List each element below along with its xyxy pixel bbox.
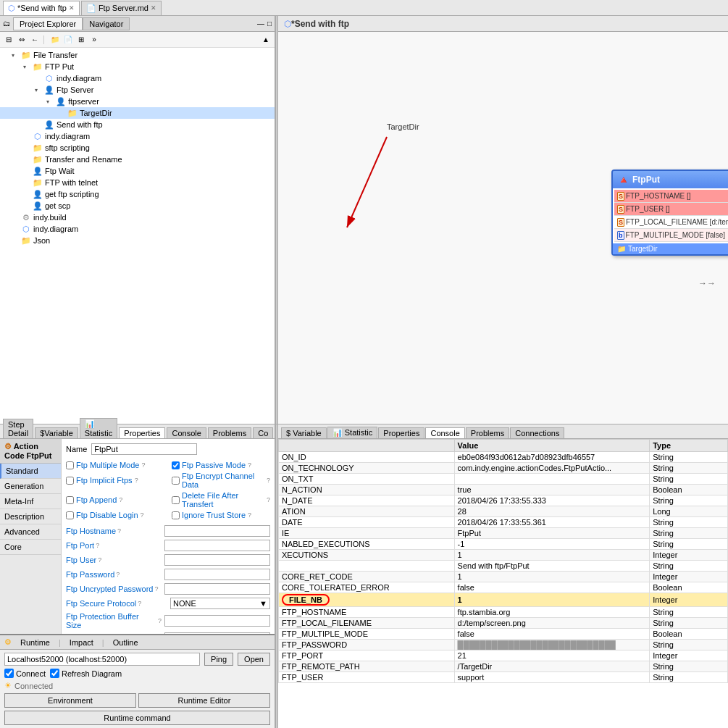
checkbox-delete-input[interactable] [172,496,180,504]
open-button[interactable]: Open [238,653,270,666]
tree-item-sftp[interactable]: ▾ 📁 sftp scripting [0,142,275,154]
tree-item-file-transfer[interactable]: ▾ 📁 File Transfer [0,49,275,61]
help-user[interactable]: ? [98,556,101,564]
tab-outline[interactable]: Outline [110,637,141,648]
link-ftp-implicit[interactable]: Ftp Implicit Ftps [76,476,133,485]
checkbox-implicit-ftps-input[interactable] [66,477,74,485]
name-input[interactable] [91,443,197,455]
folder-btn[interactable]: 📁 [49,34,61,46]
input-ftp-user[interactable] [164,554,270,566]
sidebar-generation[interactable]: Generation [0,479,61,494]
var-tab-connections[interactable]: Connections [510,427,564,438]
sidebar-meta-inf[interactable]: Meta-Inf [0,494,61,509]
tab-send-with-ftp[interactable]: ⬡ *Send with ftp ✕ [3,1,80,15]
new-btn[interactable]: 📄 [62,34,74,46]
tree-item-targetdir[interactable]: ▾ 📁 TargetDir [0,107,275,119]
checkbox-disable-login-input[interactable] [66,511,74,519]
var-tab-problems[interactable]: Problems [466,427,509,438]
tree-item-json[interactable]: ▾ 📁 Json [0,235,275,246]
help-protocol[interactable]: ? [138,600,141,607]
tree-item-ftpserver[interactable]: ▾ 👤 ftpserver [0,96,275,107]
checkbox-multiple-mode-input[interactable] [66,461,74,469]
maximize-icon[interactable]: □ [267,20,272,28]
var-tab-properties[interactable]: Properties [378,427,424,438]
grid-btn[interactable]: ⊞ [75,34,87,46]
var-tab-console[interactable]: Console [425,427,464,438]
runtime-command-button[interactable]: Runtime command [4,711,270,725]
tree-item-indy-diagram2[interactable]: ▾ ⬡ indy.diagram [0,130,275,142]
checkbox-trust-store-input[interactable] [172,511,180,519]
tab-variable[interactable]: $Variable [35,427,78,438]
tab-impact[interactable]: Impact [67,637,96,648]
label-secure-protocol[interactable]: Ftp Secure Protocol ? [66,599,167,608]
input-ftp-hostname[interactable] [164,525,270,537]
tab-console[interactable]: Console [167,427,206,438]
tab-step-detail[interactable]: Step Detail [3,419,33,438]
label-ftp-user[interactable]: Ftp User ? [66,556,162,564]
link-encrypt-channel[interactable]: Ftp Encrypt Channel Data [182,472,264,489]
var-tab-statistic[interactable]: 📊 Statistic [327,427,378,438]
label-buffer-size[interactable]: Ftp Protection Buffer Size ? [66,612,162,629]
tab-problems[interactable]: Problems [208,427,251,438]
back-btn[interactable]: ← [29,34,41,46]
tab-statistic[interactable]: 📊Statistic [80,418,118,438]
tab-close-send[interactable]: ✕ [69,4,75,12]
tree-item-get-scp[interactable]: ▾ 👤 get scp [0,200,275,212]
tree-item-send-with-ftp[interactable]: ▾ 👤 Send with ftp [0,119,275,130]
label-uncrypted-pwd[interactable]: Ftp Uncrypted Password ? [66,585,162,593]
link-editor-btn[interactable]: ⇔ [16,34,28,46]
connection-input[interactable] [4,653,200,666]
tab-co[interactable]: Co [253,427,273,438]
environment-button[interactable]: Environment [4,693,136,708]
link-delete-after[interactable]: Delete File After Transfert [182,491,264,509]
label-ftp-password[interactable]: Ftp Password ? [66,570,162,579]
tree-item-transfer[interactable]: ▾ 📁 Transfer and Rename [0,154,275,165]
checkbox-encrypt-input[interactable] [172,477,180,485]
help-icon-delete[interactable]: ? [267,496,270,503]
tab-ftp-server-md[interactable]: 📄 Ftp Server.md ✕ [81,1,162,15]
more-btn[interactable]: » [88,34,100,46]
tab-runtime[interactable]: Runtime [17,637,53,648]
diagram-canvas[interactable]: (x) ↗ ℹ 🔺 FtpPut ⚠ 1 [278,32,728,424]
tree-item-ftp-server[interactable]: ▾ 👤 Ftp Server [0,84,275,96]
help-hostname[interactable]: ? [117,527,121,535]
link-ftp-passive-mode[interactable]: Ftp Passive Mode [182,461,246,469]
help-icon-multiple-mode[interactable]: ? [141,461,145,469]
ping-button[interactable]: Ping [204,653,233,666]
minimize-icon[interactable]: — [257,20,264,28]
help-uncrypted[interactable]: ? [154,585,158,593]
input-ftp-password[interactable] [164,569,270,580]
checkbox-passive-mode-input[interactable] [172,461,180,469]
help-buffer[interactable]: ? [158,617,162,624]
help-icon-disable[interactable]: ? [141,511,144,519]
link-disable-login[interactable]: Ftp Disable Login [76,511,138,519]
help-port[interactable]: ? [96,542,99,549]
tab-close-md[interactable]: ✕ [151,4,156,12]
tree-item-ftp-wait[interactable]: ▾ 👤 Ftp Wait [0,165,275,177]
panel-tab-explorer[interactable]: Project Explorer [13,17,83,30]
help-password[interactable]: ? [116,571,120,578]
help-icon-trust[interactable]: ? [248,511,251,519]
tab-properties[interactable]: Properties [119,427,165,438]
help-icon-encrypt[interactable]: ? [267,477,270,484]
tree-item-indy-diagram[interactable]: ▾ ⬡ indy.diagram [0,72,275,84]
connect-checkbox[interactable] [4,669,14,678]
dropdown-secure-protocol[interactable]: NONE ▼ [170,598,270,609]
checkbox-append-input[interactable] [66,496,74,504]
var-tab-step[interactable]: $ Variable [281,427,327,438]
tree-item-get-ftp[interactable]: ▾ 👤 get ftp scripting [0,188,275,200]
sidebar-core[interactable]: Core [0,540,61,555]
refresh-checkbox[interactable] [50,669,59,678]
scroll-up-btn[interactable]: ▲ [260,34,272,46]
sidebar-standard[interactable]: Standard [0,464,61,479]
ftpput-node[interactable]: 🔺 FtpPut ⚠ 1 S FTP_HOSTNAME [] <- Target… [611,170,728,256]
runtime-editor-button[interactable]: Runtime Editor [138,693,270,708]
tree-item-indy-build[interactable]: ▾ ⚙ indy.build [0,212,275,223]
sidebar-advanced[interactable]: Advanced [0,524,61,540]
label-ftp-hostname[interactable]: Ftp Hostname ? [66,527,162,535]
link-ftp-multiple-mode[interactable]: Ftp Multiple Mode [76,461,139,469]
panel-tab-navigator[interactable]: Navigator [83,17,130,30]
tree-item-ftp-telnet[interactable]: ▾ 📁 FTP with telnet [0,177,275,188]
input-ftp-port[interactable] [164,540,270,551]
label-ftp-port[interactable]: Ftp Port ? [66,541,162,550]
